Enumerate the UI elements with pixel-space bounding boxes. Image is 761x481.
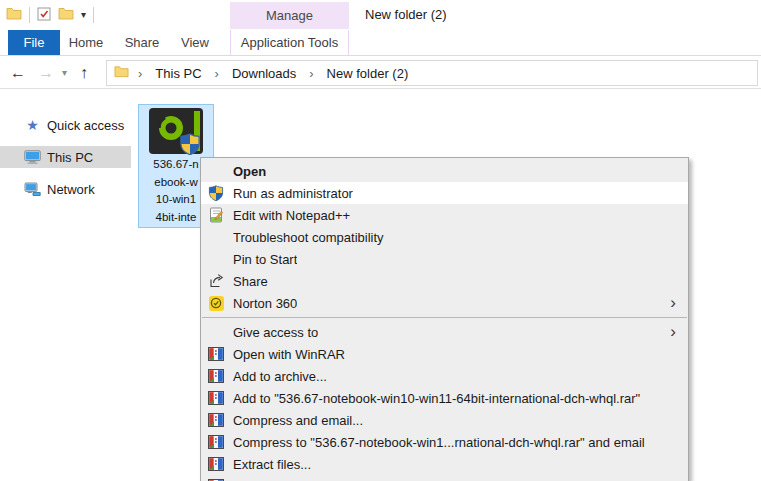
back-button[interactable]: ←: [10, 56, 26, 89]
menu-item-label: Share: [233, 274, 268, 289]
up-button[interactable]: ↑: [80, 56, 88, 89]
menu-item-give-access-to[interactable]: Give access to›: [201, 321, 688, 343]
title-bar: ▾ Manage New folder (2): [0, 0, 761, 30]
breadcrumb-separator-icon[interactable]: ›: [215, 66, 219, 81]
menu-item-share[interactable]: Share: [201, 270, 688, 292]
submenu-arrow-icon: ›: [670, 321, 676, 343]
sidebar-item-label: This PC: [47, 150, 93, 165]
menu-icon-placeholder: [208, 324, 224, 340]
contextual-tab-manage[interactable]: Manage: [230, 2, 349, 29]
explorer-window: ▾ Manage New folder (2) FileHomeShareVie…: [0, 0, 761, 481]
winrar-icon: [208, 390, 224, 406]
menu-item-edit-with-notepad[interactable]: Edit with Notepad++: [201, 204, 688, 226]
recent-locations-icon[interactable]: ▾: [62, 56, 67, 89]
menu-item-label: Give access to: [233, 325, 318, 340]
sidebar-item-quick-access[interactable]: ★Quick access: [0, 114, 131, 136]
network-icon: [24, 182, 41, 196]
toolbar-divider: [29, 7, 30, 23]
menu-item-compress-to-536-67-notebook-win1-rnation[interactable]: Compress to "536.67-notebook-win1...rnat…: [201, 431, 688, 453]
menu-item-open-with-winrar[interactable]: Open with WinRAR: [201, 343, 688, 365]
menu-item-label: Compress and email...: [233, 413, 363, 428]
sidebar-item-label: Network: [47, 182, 95, 197]
breadcrumb-separator-icon[interactable]: ›: [309, 66, 313, 81]
ribbon-tab-row: FileHomeShareViewApplication Tools: [0, 30, 761, 56]
window-title: New folder (2): [365, 0, 447, 30]
menu-item-troubleshoot-compatibility[interactable]: Troubleshoot compatibility: [201, 226, 688, 248]
norton-icon: [208, 295, 224, 311]
sidebar-item-network[interactable]: Network: [0, 178, 131, 200]
menu-icon-placeholder: [208, 251, 224, 267]
menu-separator: [202, 317, 687, 318]
location-folder-icon: [114, 65, 129, 81]
menu-item-label: Add to "536.67-notebook-win10-win11-64bi…: [233, 391, 640, 406]
menu-item-open[interactable]: Open: [201, 160, 688, 182]
ribbon-tab-application-tools[interactable]: Application Tools: [230, 30, 349, 55]
context-menu: OpenRun as administratorEdit with Notepa…: [200, 157, 689, 481]
ribbon-tab-share[interactable]: Share: [118, 30, 166, 55]
ribbon-tab-view[interactable]: View: [172, 30, 218, 55]
qat-dropdown-icon[interactable]: ▾: [81, 10, 86, 20]
menu-item-label: Open: [233, 164, 266, 179]
menu-item-label: Compress to "536.67-notebook-win1...rnat…: [233, 435, 645, 450]
breadcrumb-item[interactable]: This PC: [155, 66, 201, 81]
quick-access-toolbar: ▾: [6, 5, 94, 25]
forward-button[interactable]: →: [38, 56, 54, 89]
breadcrumb-item[interactable]: Downloads: [232, 66, 296, 81]
menu-item-compress-and-email[interactable]: Compress and email...: [201, 409, 688, 431]
menu-item-pin-to-start[interactable]: Pin to Start: [201, 248, 688, 270]
folder-icon[interactable]: [6, 7, 22, 23]
address-bar-row: ← → ▾ ↑ ›This PC›Downloads›New folder (2…: [0, 56, 761, 89]
toolbar-divider: [93, 7, 94, 23]
menu-item-extract-files[interactable]: Extract files...: [201, 453, 688, 475]
properties-check-icon[interactable]: [37, 7, 51, 24]
menu-item-label: Extract files...: [233, 457, 311, 472]
submenu-arrow-icon: ›: [670, 292, 676, 314]
uac-shield-icon: [208, 185, 224, 201]
breadcrumb-separator-icon[interactable]: ›: [138, 66, 142, 81]
winrar-icon: [208, 412, 224, 428]
menu-item-norton-360[interactable]: Norton 360›: [201, 292, 688, 314]
menu-item-run-as-administrator[interactable]: Run as administrator: [201, 182, 688, 204]
menu-icon-placeholder: [208, 163, 224, 179]
menu-item-label: Pin to Start: [233, 252, 297, 267]
quick-access-star-icon: ★: [24, 118, 41, 132]
menu-item-label: Run as administrator: [233, 186, 353, 201]
uac-shield-badge-icon: [179, 133, 201, 155]
menu-item-add-to-archive[interactable]: Add to archive...: [201, 365, 688, 387]
ribbon-tab-file[interactable]: File: [8, 30, 60, 55]
breadcrumb-item[interactable]: New folder (2): [327, 66, 409, 81]
menu-item-partial-item[interactable]: [201, 475, 688, 481]
menu-item-label: Norton 360: [233, 296, 297, 311]
menu-item-label: Troubleshoot compatibility: [233, 230, 384, 245]
menu-item-label: Edit with Notepad++: [233, 208, 350, 223]
folder-icon[interactable]: [58, 7, 74, 23]
winrar-icon: [208, 434, 224, 450]
notepad-plus-icon: [208, 207, 224, 223]
this-pc-monitor-icon: [24, 150, 41, 164]
address-box[interactable]: ›This PC›Downloads›New folder (2): [106, 60, 758, 86]
menu-item-label: Add to archive...: [233, 369, 327, 384]
sidebar-item-this-pc[interactable]: This PC: [0, 146, 131, 168]
menu-icon-placeholder: [208, 229, 224, 245]
winrar-icon: [208, 368, 224, 384]
share-icon: [208, 273, 224, 289]
menu-item-label: Open with WinRAR: [233, 347, 345, 362]
breadcrumb: ›This PC›Downloads›New folder (2): [138, 66, 408, 81]
ribbon-tab-home[interactable]: Home: [62, 30, 110, 55]
winrar-icon: [208, 346, 224, 362]
menu-item-add-to-536-67-notebook-win10-win11-64bit[interactable]: Add to "536.67-notebook-win10-win11-64bi…: [201, 387, 688, 409]
winrar-icon: [208, 456, 224, 472]
sidebar-item-label: Quick access: [47, 118, 124, 133]
